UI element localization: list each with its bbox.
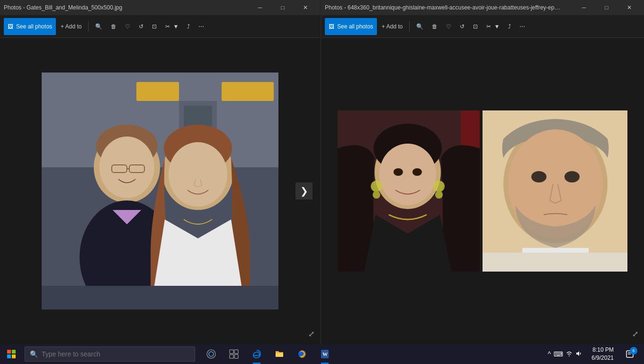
see-all-photos-button-left[interactable]: 🖼 See all photos <box>4 18 56 35</box>
photos-icon-left: 🖼 <box>8 23 13 30</box>
photos-icon-right: 🖼 <box>329 23 334 30</box>
svg-rect-38 <box>12 350 16 354</box>
svg-rect-43 <box>230 350 233 354</box>
task-view-icon <box>229 349 239 359</box>
heart-button-left[interactable]: ♡ <box>121 18 134 35</box>
keyboard-icon[interactable]: ⌨ <box>554 350 563 358</box>
taskbar-icons: W <box>201 344 335 364</box>
date-display: 6/9/2021 <box>591 354 614 362</box>
share-button-left[interactable]: ⤴ <box>183 18 194 35</box>
speaker-icon <box>575 350 582 357</box>
system-clock[interactable]: 8:10 PM 6/9/2021 <box>588 344 617 364</box>
content-left: ❯ ⤢ <box>0 38 320 344</box>
edge-button[interactable] <box>246 344 267 364</box>
svg-point-42 <box>209 352 214 356</box>
maximize-button-right[interactable]: □ <box>596 0 617 15</box>
word-button[interactable]: W <box>314 344 335 364</box>
edge-icon <box>252 349 261 359</box>
share-button-right[interactable]: ⤴ <box>504 18 515 35</box>
delete-button-left[interactable]: 🗑 <box>107 18 120 35</box>
zoom-out-button-left[interactable]: 🔍 <box>91 18 106 35</box>
more-button-right[interactable]: ⋯ <box>516 18 529 35</box>
titlebar-controls-left: ─ □ ✕ <box>249 0 316 15</box>
crop-button-left[interactable]: ⊡ <box>148 18 161 35</box>
svg-point-33 <box>531 171 546 182</box>
dual-photo <box>338 110 627 272</box>
delete-button-right[interactable]: 🗑 <box>428 18 441 35</box>
add-to-button-left[interactable]: + Add to <box>57 18 85 35</box>
firefox-button[interactable] <box>292 344 313 364</box>
titlebar-left: Photos - Gates_Bill_and_Melinda_500x500.… <box>0 0 320 15</box>
firefox-icon <box>297 349 307 359</box>
cortana-icon <box>206 349 216 359</box>
more-button-left[interactable]: ⋯ <box>195 18 208 35</box>
rotate-button-left[interactable]: ↺ <box>135 18 147 35</box>
next-arrow-left[interactable]: ❯ <box>295 182 313 200</box>
task-view-button[interactable] <box>224 344 244 364</box>
svg-point-23 <box>394 168 403 176</box>
svg-rect-39 <box>7 355 11 358</box>
share-icon-left: ⤴ <box>187 23 190 30</box>
windows-logo-icon <box>7 350 16 358</box>
sep1-left <box>88 21 89 32</box>
svg-rect-46 <box>234 355 238 358</box>
sep1-right <box>409 21 410 32</box>
search-bar[interactable]: 🔍 <box>25 346 195 362</box>
cortana-button[interactable] <box>201 344 222 364</box>
titlebar-right: Photos - 648x360_britannique-ghislaine-m… <box>321 0 644 15</box>
minimize-button-left[interactable]: ─ <box>249 0 271 15</box>
delete-icon-left: 🗑 <box>111 23 116 30</box>
crop-button-right[interactable]: ⊡ <box>469 18 482 35</box>
svg-rect-3 <box>222 82 274 101</box>
tray-caret-icon[interactable]: ^ <box>548 350 551 358</box>
explorer-button[interactable] <box>269 344 290 364</box>
zoom-out-icon-left: 🔍 <box>95 23 102 30</box>
scissors-icon-left: ✂ <box>165 23 170 30</box>
heart-button-right[interactable]: ♡ <box>442 18 455 35</box>
expand-button-left[interactable]: ⤢ <box>308 329 314 338</box>
svg-text:W: W <box>322 351 328 357</box>
svg-rect-44 <box>234 350 238 354</box>
close-button-right[interactable]: ✕ <box>618 0 640 15</box>
svg-point-26 <box>373 191 380 199</box>
content-right: ⤢ <box>321 38 644 344</box>
close-button-left[interactable]: ✕ <box>295 0 316 15</box>
svg-point-41 <box>207 350 215 358</box>
expand-button-right[interactable]: ⤢ <box>632 329 638 338</box>
svg-point-34 <box>564 171 580 182</box>
search-icon: 🔍 <box>30 350 38 358</box>
svg-rect-37 <box>7 350 11 354</box>
rotate-button-right[interactable]: ↺ <box>456 18 468 35</box>
time-display: 8:10 PM <box>592 346 614 354</box>
edit-button-left[interactable]: ✂ ▼ <box>161 18 182 35</box>
svg-point-25 <box>371 181 382 192</box>
network-icon[interactable] <box>566 350 572 358</box>
notification-center-button[interactable]: 6 <box>619 344 640 364</box>
svg-rect-40 <box>12 355 16 358</box>
heart-icon-right: ♡ <box>446 23 451 30</box>
scissors-icon-right: ✂ <box>486 23 491 30</box>
taskbar: 🔍 <box>0 344 644 364</box>
start-button[interactable] <box>0 344 23 364</box>
svg-rect-45 <box>230 355 233 358</box>
search-input[interactable] <box>42 350 190 358</box>
more-icon-left: ⋯ <box>198 23 204 30</box>
volume-icon[interactable] <box>575 350 582 358</box>
toolbar-right: 🖼 See all photos + Add to 🔍 🗑 ♡ ↺ ⊡ ✂ ▼ … <box>321 15 644 38</box>
zoom-out-button-right[interactable]: 🔍 <box>412 18 427 35</box>
svg-rect-2 <box>136 82 179 101</box>
see-all-photos-button-right[interactable]: 🖼 See all photos <box>325 18 377 35</box>
word-icon: W <box>320 349 330 359</box>
notification-badge: 6 <box>630 347 637 355</box>
edit-button-right[interactable]: ✂ ▼ <box>483 18 503 35</box>
delete-icon-right: 🗑 <box>432 23 438 30</box>
maximize-button-left[interactable]: □ <box>272 0 294 15</box>
svg-point-27 <box>433 181 445 192</box>
wifi-icon <box>566 350 572 357</box>
titlebar-title-right: Photos - 648x360_britannique-ghislaine-m… <box>325 4 562 11</box>
rotate-icon-left: ↺ <box>139 23 143 30</box>
minimize-button-right[interactable]: ─ <box>573 0 595 15</box>
couple-photo <box>42 73 278 309</box>
add-to-button-right[interactable]: + Add to <box>378 18 406 35</box>
svg-rect-36 <box>483 253 627 272</box>
